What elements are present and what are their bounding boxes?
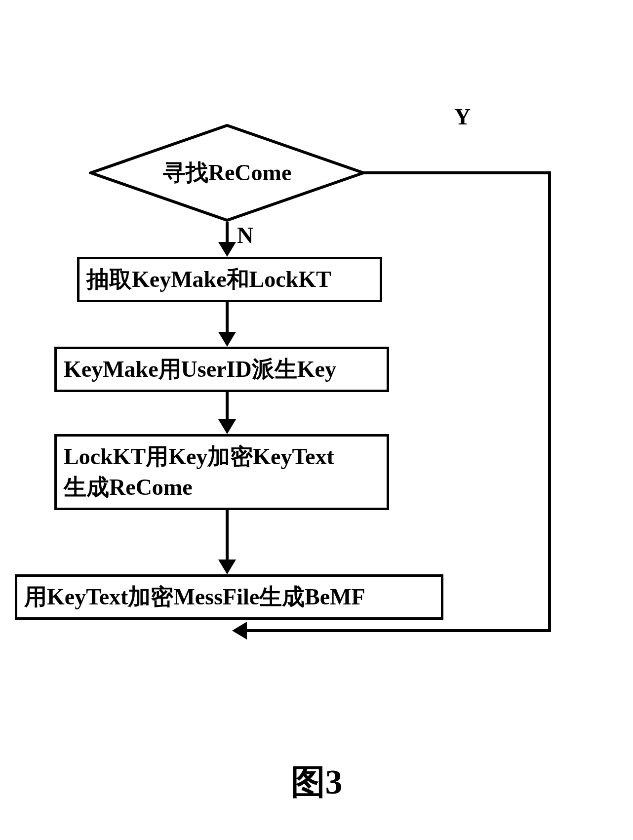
no-label: N <box>237 222 253 248</box>
conn-3-line <box>226 392 229 419</box>
y-branch-hline <box>363 171 551 174</box>
y-branch-arrow <box>232 622 247 640</box>
conn-1-line <box>226 222 229 242</box>
step2-box: KeyMake用UserID派生Key <box>54 347 389 392</box>
y-branch-return-hline <box>244 629 551 632</box>
figure-caption: 图3 <box>291 759 343 805</box>
step3-text: LockKT用Key加密KeyText 生成ReCome <box>64 444 334 500</box>
conn-4-arrow <box>218 560 236 574</box>
step4-box: 用KeyText加密MessFile生成BeMF <box>15 574 443 620</box>
conn-3-arrow <box>218 419 236 434</box>
conn-4-line <box>226 510 229 560</box>
step2-text: KeyMake用UserID派生Key <box>64 357 336 382</box>
step3-box: LockKT用Key加密KeyText 生成ReCome <box>54 434 389 510</box>
y-branch-vline <box>548 171 551 631</box>
step1-text: 抽取KeyMake和LockKT <box>86 267 331 292</box>
decision-node: 寻找ReCome <box>89 123 365 222</box>
conn-2-line <box>226 302 229 332</box>
yes-label: Y <box>454 104 471 130</box>
conn-1-arrow <box>218 242 236 257</box>
decision-text: 寻找ReCome <box>163 158 292 188</box>
step1-box: 抽取KeyMake和LockKT <box>77 257 382 302</box>
step4-text: 用KeyText加密MessFile生成BeMF <box>24 584 365 609</box>
conn-2-arrow <box>218 332 236 347</box>
